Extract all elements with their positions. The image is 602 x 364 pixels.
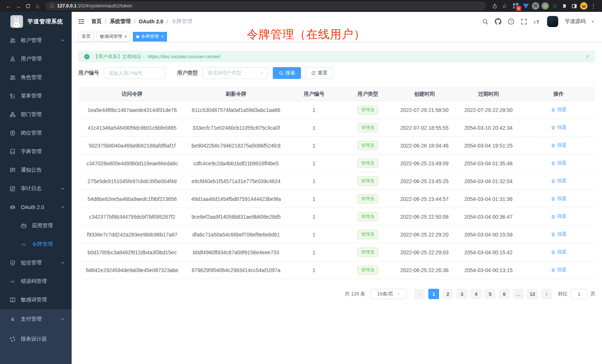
force-logout-button[interactable]: 强退 <box>551 213 567 220</box>
extensions-cluster-icon: 9 <box>512 2 520 10</box>
force-logout-button[interactable]: 强退 <box>551 267 567 273</box>
sidebar-item-sms[interactable]: 短信管理 <box>0 254 72 272</box>
force-logout-button[interactable]: 强退 <box>551 106 567 113</box>
prev-page-button[interactable]: ‹ <box>414 289 425 299</box>
font-size-icon[interactable]: TT <box>533 19 541 25</box>
refresh-token-cell: 9ce8ef2aa9f14056b831ae9b608e28d5 <box>186 208 286 226</box>
page-button-2[interactable]: 2 <box>442 289 453 299</box>
page-button-5[interactable]: 5 <box>485 289 495 299</box>
back-icon[interactable]: ← <box>4 1 13 10</box>
user-id-input[interactable] <box>104 67 165 79</box>
tab-close-icon[interactable]: × <box>124 34 127 39</box>
sidebar-item-user[interactable]: 用户管理 <box>0 50 72 68</box>
home-icon[interactable]: ⌂ <box>33 1 42 10</box>
sidebar-item-label: 报表设计器 <box>21 336 47 343</box>
sidebar-item-report-designer[interactable]: 报表设计器 <box>0 329 72 349</box>
table-body: 1ea5e44f8bc1467aaede43144f31de76 811c530… <box>78 101 595 279</box>
bookmark-star-icon[interactable]: ☆ <box>500 1 509 10</box>
caret-down-icon[interactable]: ▾ <box>592 19 594 24</box>
sidebar-item-oauth2[interactable]: OAuth 2.0 <box>0 198 72 216</box>
sidebar-item-pay[interactable]: ¥支付管理 <box>0 309 72 329</box>
sidebar-item-tenant[interactable]: 租户管理 <box>0 31 72 50</box>
refresh-token-cell: b0df4980ffd34c67a08f9156e4eee733 <box>186 244 286 261</box>
user-type-badge: 管理员 <box>357 230 378 239</box>
sensitive-icon <box>9 297 16 303</box>
sidebar-item-sensitive-word[interactable]: 敏感词管理 <box>0 291 72 309</box>
force-logout-button[interactable]: 强退 <box>551 160 567 166</box>
reset-button[interactable]: 重置 <box>305 67 333 79</box>
col-access-token: 访问令牌 <box>78 87 186 101</box>
page-button-6[interactable]: 6 <box>499 289 510 299</box>
record-extension-icon[interactable] <box>540 1 550 10</box>
force-logout-button[interactable]: 强退 <box>551 124 567 131</box>
sidebar-item-notice[interactable]: 通知公告 <box>0 161 72 179</box>
address-bar[interactable]: ⓘ 127.0.0.1:1024/system/oauth2/token <box>45 1 486 10</box>
refresh-token-cell: 333ecfc71e02480cb11055c875c3ca0f <box>186 119 286 137</box>
sidebar-item-dept[interactable]: 部门管理 <box>0 105 72 124</box>
site-info-icon[interactable]: ⓘ <box>50 3 54 9</box>
page-button-4[interactable]: 4 <box>471 289 481 299</box>
breadcrumb-item[interactable]: 首页 <box>91 18 102 25</box>
github-icon[interactable] <box>495 18 501 25</box>
gem-extension-icon[interactable] <box>521 1 531 10</box>
sidebar-item-audit-log[interactable]: 审计日志 <box>0 179 72 198</box>
force-logout-button[interactable]: 强退 <box>551 231 567 238</box>
tab-首页[interactable]: 首页 <box>78 32 94 42</box>
help-icon[interactable]: ? <box>508 18 514 25</box>
puzzle-extension-icon[interactable] <box>560 1 569 10</box>
expires-cell: 2054-03-10 20:42:34 <box>455 119 522 137</box>
sidebar-item-role[interactable]: 角色管理 <box>0 68 72 87</box>
search-icon[interactable] <box>482 19 488 25</box>
table-row: 275e5de9151045fe87cbdc395e004f4d e6cfd40… <box>78 172 595 190</box>
app-title: 芋道管理系统 <box>27 18 63 25</box>
command-extension-icon[interactable]: ⌘ <box>531 1 540 10</box>
sidebar-item-oauth2-application[interactable]: 应用管理 <box>0 216 72 235</box>
green-star-extension-icon[interactable]: ☆ <box>550 1 560 10</box>
page-size-select[interactable]: 10条/页 <box>370 289 407 299</box>
tab-groups-icon[interactable] <box>569 1 579 10</box>
next-page-button[interactable]: › <box>541 289 552 299</box>
username[interactable]: 芋道源码 <box>565 18 585 25</box>
trash-icon <box>551 143 556 148</box>
reload-icon[interactable] <box>23 1 33 10</box>
sidebar-item-menu[interactable]: 菜单管理 <box>0 87 72 105</box>
menu-fold-icon[interactable] <box>78 18 85 25</box>
sidebar-item-error-code[interactable]: </>错误码管理 <box>0 272 72 291</box>
sidebar-item-oauth2-token[interactable]: (A)令牌管理 <box>0 235 72 254</box>
force-logout-button[interactable]: 强退 <box>551 142 567 149</box>
force-logout-button[interactable]: 强退 <box>551 195 567 202</box>
forward-icon[interactable]: → <box>13 1 23 10</box>
sidebar-item-dict[interactable]: 字典管理 <box>0 142 72 161</box>
profile-avatar-icon[interactable] <box>579 1 589 10</box>
sidebar-item-post[interactable]: 岗位管理 <box>0 124 72 142</box>
page-button-1[interactable]: 1 <box>428 289 439 299</box>
col-user-type: 用户类型 <box>342 87 394 101</box>
user-type-cell: 管理员 <box>342 137 394 155</box>
doc-link[interactable]: https://doc.iocoder.cn/user-center/ <box>148 54 220 59</box>
tenants-icon <box>9 37 16 43</box>
page-button-12[interactable]: 12 <box>527 289 538 299</box>
breadcrumb-item[interactable]: OAuth 2.0 <box>139 19 163 24</box>
tab-敏感词管理[interactable]: 敏感词管理× <box>96 32 130 42</box>
user-type-select[interactable]: 请选择用户类型 <box>203 67 268 79</box>
extensions-icon[interactable]: 9 <box>511 1 521 10</box>
action-cell: 强退 <box>522 101 595 119</box>
tab-close-icon[interactable]: × <box>161 34 164 39</box>
tab-令牌管理[interactable]: 令牌管理× <box>133 32 167 42</box>
force-logout-button[interactable]: 强退 <box>551 249 567 255</box>
page-ellipsis-button[interactable]: ... <box>513 289 524 299</box>
breadcrumb-item[interactable]: 系统管理 <box>110 18 131 25</box>
search-button[interactable]: 搜索 <box>273 67 301 79</box>
force-logout-button[interactable]: 强退 <box>551 178 567 184</box>
access-token-cell: c342377bf8b344799dcbf7bf095287f2 <box>78 208 186 226</box>
goto-page-input[interactable] <box>570 289 588 299</box>
avatar[interactable] <box>547 16 558 27</box>
browser-menu-icon[interactable]: ⋮ <box>589 1 598 10</box>
fullscreen-icon[interactable] <box>521 19 527 25</box>
logo[interactable]: 芋道管理系统 <box>0 12 72 31</box>
breadcrumb-separator: / <box>134 19 135 24</box>
page-button-3[interactable]: 3 <box>457 289 467 299</box>
refresh-token-cell: 811c530487574fa0af1a59d3abc1aa66 <box>186 101 286 119</box>
share-icon[interactable] <box>490 1 500 10</box>
alert-close-icon[interactable]: ✕ <box>585 54 589 59</box>
